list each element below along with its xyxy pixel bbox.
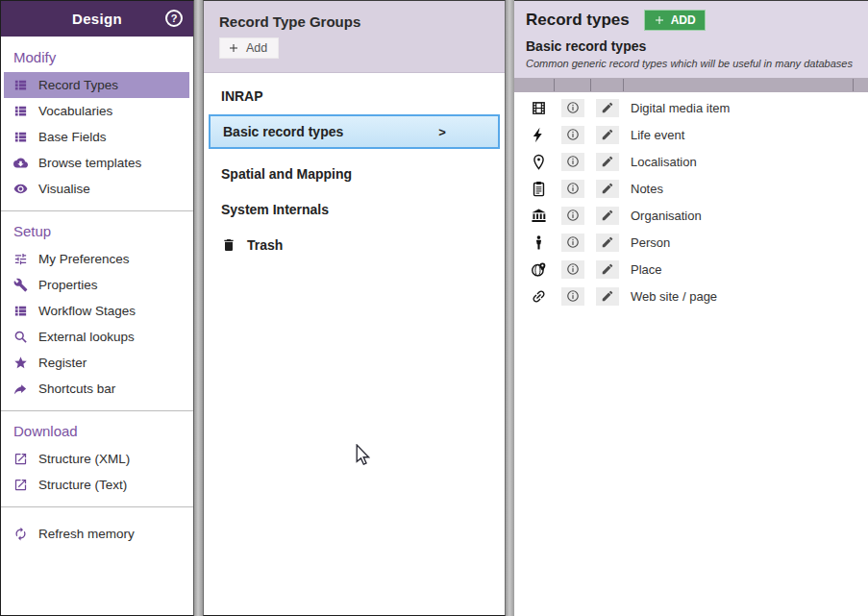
sidebar-item[interactable]: External lookups (1, 324, 193, 350)
sidebar-item-label: Workflow Stages (38, 304, 136, 318)
edit-button[interactable] (596, 126, 619, 144)
sidebar-item-label: Shortcuts bar (38, 382, 115, 396)
edit-button[interactable] (596, 153, 619, 171)
group-item[interactable]: System Internals > (204, 191, 505, 227)
sidebar-item-label: Structure (XML) (38, 452, 130, 466)
sidebar-item[interactable]: Workflow Stages (1, 298, 193, 324)
chevron-right-icon: > (438, 125, 446, 139)
info-icon (566, 289, 580, 303)
heurist-design-app: Design ? Modify Record Types Vocabularie… (0, 0, 868, 616)
info-button[interactable] (561, 126, 584, 144)
record-type-row: Localisation (514, 148, 868, 175)
record-type-icon-cell (522, 288, 555, 305)
add-group-button-label: Add (246, 41, 267, 55)
sidebar-item[interactable]: Base Fields (1, 124, 193, 150)
pencil-icon (601, 289, 614, 303)
info-button[interactable] (561, 207, 584, 225)
sidebar-item[interactable]: Shortcuts bar (1, 376, 193, 402)
record-type-row: Life event (514, 121, 868, 148)
edit-button[interactable] (596, 99, 619, 117)
types-table-header (514, 78, 868, 92)
record-type-icon-cell (522, 234, 555, 251)
column-header (555, 79, 591, 91)
info-button[interactable] (561, 260, 584, 279)
edit-button[interactable] (596, 234, 619, 252)
section-heading-modify: Modify (1, 37, 193, 72)
sidebar-item-label: Browse templates (38, 156, 141, 170)
trash-icon (221, 237, 236, 253)
sidebar-item[interactable]: My Preferences (1, 246, 193, 272)
record-type-info-cell (555, 153, 591, 171)
sidebar-title: Design (72, 11, 122, 27)
record-type-info-cell (555, 260, 591, 279)
sidebar-list-download: Structure (XML) Structure (Text) (1, 446, 193, 498)
sidebar-item-refresh-memory[interactable]: Refresh memory (1, 521, 193, 547)
external-link-icon (13, 452, 28, 466)
plus-icon (228, 42, 239, 54)
pin-icon (531, 154, 547, 170)
record-type-icon-cell (522, 154, 555, 170)
sidebar-item[interactable]: Record Types (4, 72, 189, 98)
group-item-label: Spatial and Mapping (221, 166, 352, 182)
record-type-name: Life event (624, 128, 684, 142)
lightning-icon (531, 127, 547, 143)
panel-splitter[interactable] (194, 0, 203, 616)
record-type-icon-cell (522, 208, 555, 224)
add-group-button[interactable]: Add (219, 37, 279, 59)
sidebar-item-label: My Preferences (38, 252, 130, 266)
sidebar-item[interactable]: Register (1, 350, 193, 376)
sidebar-item-label: Register (38, 356, 87, 370)
column-header (591, 79, 624, 91)
record-type-name: Place (624, 262, 662, 277)
pencil-icon (601, 209, 614, 222)
sidebar-item[interactable]: Structure (XML) (1, 446, 193, 472)
info-button[interactable] (561, 287, 584, 306)
group-item-label: INRAP (221, 88, 263, 104)
person-icon (531, 234, 547, 251)
sidebar-item[interactable]: Properties (1, 272, 193, 298)
help-icon[interactable]: ? (165, 10, 183, 27)
edit-button[interactable] (596, 207, 619, 225)
sidebar-item-label: Vocabularies (38, 104, 112, 118)
sidebar-item[interactable]: Vocabularies (1, 98, 193, 124)
sidebar-item[interactable]: Browse templates (1, 150, 193, 176)
record-type-info-cell (555, 126, 591, 144)
edit-button[interactable] (596, 260, 619, 279)
record-type-icon-cell (522, 181, 555, 197)
record-type-edit-cell (591, 207, 624, 225)
group-item[interactable]: INRAP > (204, 78, 505, 113)
info-button[interactable] (561, 180, 584, 198)
group-heading: Basic record types (526, 38, 856, 54)
panel-splitter[interactable] (506, 0, 514, 616)
record-type-row: Organisation (514, 202, 868, 229)
list-icon (13, 104, 28, 118)
edit-button[interactable] (596, 287, 619, 306)
pencil-icon (601, 262, 614, 276)
record-type-edit-cell (591, 180, 624, 198)
section-heading-download: Download (1, 411, 193, 446)
share-icon (13, 382, 28, 396)
sidebar-item-label: External lookups (38, 330, 135, 344)
add-record-type-button[interactable]: ADD (644, 10, 706, 31)
record-type-name: Notes (624, 182, 663, 196)
sidebar-item[interactable]: Visualise (1, 176, 193, 202)
record-type-edit-cell (591, 287, 624, 306)
types-panel-header: Record types ADD Basic record types Comm… (514, 1, 868, 78)
sidebar-item[interactable]: Structure (Text) (1, 472, 193, 498)
media-icon (531, 100, 547, 116)
record-type-edit-cell (591, 234, 624, 252)
info-button[interactable] (561, 234, 584, 252)
info-icon (566, 235, 580, 249)
group-description: Common generic record types which will b… (526, 58, 856, 69)
link-icon (531, 288, 547, 305)
info-button[interactable] (561, 153, 584, 171)
group-item[interactable]: Trash > (204, 227, 505, 262)
groups-list: INRAP > Basic record types > Spatial and… (204, 73, 505, 262)
group-item[interactable]: Spatial and Mapping > (204, 156, 505, 191)
edit-button[interactable] (596, 180, 619, 198)
info-button[interactable] (561, 99, 584, 117)
group-item[interactable]: Basic record types > (209, 114, 500, 149)
sidebar-divider (1, 506, 193, 507)
record-type-info-cell (555, 99, 591, 117)
group-item-label: System Internals (221, 202, 329, 217)
